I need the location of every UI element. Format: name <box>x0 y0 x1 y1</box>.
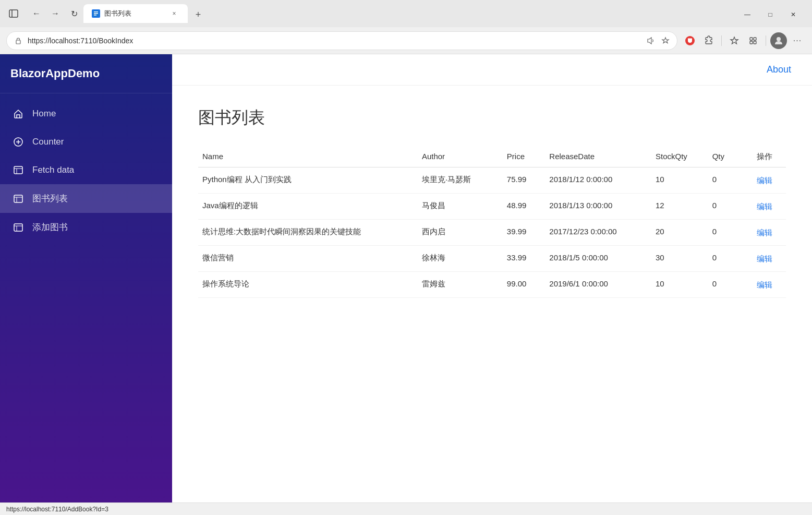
refresh-button[interactable]: ↻ <box>65 4 83 23</box>
nav-actions: ··· <box>682 32 806 49</box>
col-header-qty: Qty <box>708 146 744 167</box>
close-button[interactable]: ✕ <box>783 6 804 23</box>
edit-link-4[interactable]: 编辑 <box>748 279 782 290</box>
cell-qty-4: 0 <box>708 271 744 297</box>
cell-op-1: 编辑 <box>744 193 786 219</box>
col-header-operation: 操作 <box>744 146 786 167</box>
cell-price-2: 39.99 <box>503 219 545 245</box>
tab-favicon <box>92 9 100 18</box>
svg-point-13 <box>777 37 781 41</box>
table-row: Python编程 从入门到实践 埃里克·马瑟斯 75.99 2018/1/12 … <box>198 167 786 193</box>
maximize-button[interactable]: □ <box>760 6 781 23</box>
table-body: Python编程 从入门到实践 埃里克·马瑟斯 75.99 2018/1/12 … <box>198 167 786 297</box>
cell-qty-3: 0 <box>708 245 744 271</box>
edit-link-0[interactable]: 编辑 <box>748 175 782 186</box>
sidebar-item-fetchdata[interactable]: Fetch data <box>0 156 172 184</box>
col-header-stock: StockQty <box>651 146 708 167</box>
read-aloud-icon[interactable] <box>646 35 656 46</box>
back-button[interactable]: ← <box>27 4 46 23</box>
sidebar-item-booklist[interactable]: 图书列表 <box>0 184 172 213</box>
status-url: https://localhost:7110/AddBook?Id=3 <box>6 506 108 513</box>
cell-op-2: 编辑 <box>744 219 786 245</box>
tab-close-button[interactable]: × <box>169 8 179 19</box>
status-bar: https://localhost:7110/AddBook?Id=3 <box>0 502 812 515</box>
forward-button[interactable]: → <box>46 4 65 23</box>
col-header-date: ReleaseDate <box>545 146 651 167</box>
cell-author-1: 马俊昌 <box>418 193 503 219</box>
sidebar-toggle-btn[interactable] <box>4 4 23 23</box>
page-title: 图书列表 <box>198 106 786 129</box>
svg-rect-3 <box>94 11 98 13</box>
title-bar: ← → ↻ 图书列表 × + — □ <box>0 0 812 27</box>
extensions-button[interactable] <box>700 32 717 49</box>
ublock-icon <box>685 35 695 46</box>
sidebar-brand: BlazorAppDemo <box>0 54 172 93</box>
svg-rect-20 <box>14 195 22 202</box>
svg-rect-10 <box>754 38 756 40</box>
cell-price-1: 48.99 <box>503 193 545 219</box>
url-text[interactable]: https://localhost:7110/BookIndex <box>28 37 641 45</box>
main-content: About 图书列表 Name Author Price ReleaseDate… <box>172 54 812 515</box>
sidebar-item-booklist-label: 图书列表 <box>32 193 68 205</box>
cell-qty-1: 0 <box>708 193 744 219</box>
ublock-button[interactable] <box>682 32 698 49</box>
home-icon <box>13 108 24 119</box>
edit-link-3[interactable]: 编辑 <box>748 253 782 264</box>
table-header-row: Name Author Price ReleaseDate StockQty Q… <box>198 146 786 167</box>
cell-price-3: 33.99 <box>503 245 545 271</box>
cell-date-2: 2017/12/23 0:00:00 <box>545 219 651 245</box>
cell-date-4: 2019/6/1 0:00:00 <box>545 271 651 297</box>
profile-icon <box>774 36 783 45</box>
sidebar-nav: Home Counter <box>0 93 172 248</box>
nav-separator-2 <box>766 35 766 46</box>
sidebar-item-home[interactable]: Home <box>0 100 172 128</box>
collections-button[interactable] <box>745 32 761 49</box>
profile-button[interactable] <box>770 32 787 49</box>
window-controls: — □ ✕ <box>737 6 804 23</box>
browser-menu-button[interactable]: ··· <box>789 32 806 49</box>
cell-name-3: 微信营销 <box>198 245 418 271</box>
svg-rect-0 <box>9 10 18 17</box>
collections-icon <box>748 35 758 46</box>
cell-op-0: 编辑 <box>744 167 786 193</box>
cell-name-2: 统计思维:大数据时代瞬间洞察因果的关键技能 <box>198 219 418 245</box>
cell-date-1: 2018/1/13 0:00:00 <box>545 193 651 219</box>
new-tab-button[interactable]: + <box>190 6 207 23</box>
edit-link-1[interactable]: 编辑 <box>748 201 782 212</box>
table-row: 操作系统导论 雷姆兹 99.00 2019/6/1 0:00:00 10 0 编… <box>198 271 786 297</box>
favorites-bar-button[interactable] <box>726 32 743 49</box>
edit-link-2[interactable]: 编辑 <box>748 227 782 238</box>
extensions-icon <box>704 35 714 46</box>
table-row: 统计思维:大数据时代瞬间洞察因果的关键技能 西内启 39.99 2017/12/… <box>198 219 786 245</box>
fetchdata-icon <box>13 164 24 176</box>
cell-name-0: Python编程 从入门到实践 <box>198 167 418 193</box>
cell-stock-2: 20 <box>651 219 708 245</box>
cell-stock-0: 10 <box>651 167 708 193</box>
col-header-name: Name <box>198 146 418 167</box>
col-header-author: Author <box>418 146 503 167</box>
cell-author-3: 徐林海 <box>418 245 503 271</box>
tab-title: 图书列表 <box>104 9 165 18</box>
active-tab[interactable]: 图书列表 × <box>83 4 188 23</box>
minimize-button[interactable]: — <box>737 6 758 23</box>
booklist-icon <box>13 193 24 205</box>
favorites-icon[interactable] <box>660 35 671 46</box>
cell-price-4: 99.00 <box>503 271 545 297</box>
sidebar-item-addbook[interactable]: 添加图书 <box>0 213 172 242</box>
table-row: Java编程的逻辑 马俊昌 48.99 2018/1/13 0:00:00 12… <box>198 193 786 219</box>
svg-rect-6 <box>16 40 20 44</box>
svg-rect-8 <box>688 38 692 39</box>
sidebar-item-home-label: Home <box>32 109 56 119</box>
cell-author-2: 西内启 <box>418 219 503 245</box>
sidebar-item-counter[interactable]: Counter <box>0 128 172 156</box>
cell-stock-3: 30 <box>651 245 708 271</box>
cell-date-3: 2018/1/5 0:00:00 <box>545 245 651 271</box>
about-link[interactable]: About <box>767 64 791 75</box>
svg-rect-23 <box>14 224 22 231</box>
address-bar[interactable]: https://localhost:7110/BookIndex <box>6 31 677 50</box>
cell-stock-1: 12 <box>651 193 708 219</box>
cell-name-1: Java编程的逻辑 <box>198 193 418 219</box>
table-row: 微信营销 徐林海 33.99 2018/1/5 0:00:00 30 0 编辑 <box>198 245 786 271</box>
svg-rect-17 <box>14 166 22 174</box>
favorites-bar-icon <box>729 35 740 46</box>
